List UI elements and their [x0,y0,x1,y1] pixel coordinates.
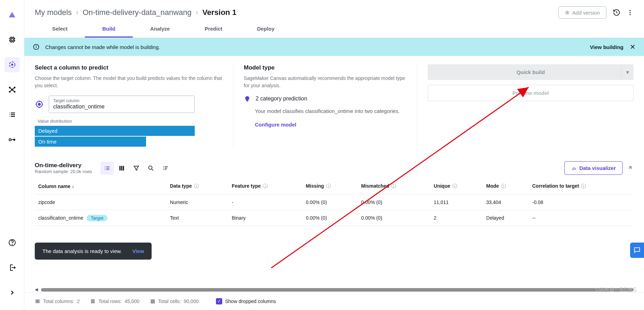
toast-view-link[interactable]: View [132,248,144,254]
view-building-link[interactable]: View building [590,44,623,50]
close-icon[interactable]: ✕ [630,43,636,51]
svg-line-17 [10,88,12,90]
chat-icon[interactable] [630,243,644,258]
select-column-heading: Select a column to predict [35,64,223,71]
svg-line-20 [12,90,15,92]
svg-rect-53 [121,166,122,170]
svg-rect-69 [91,300,95,301]
prediction-title: 2 category prediction [256,96,307,102]
svg-rect-1 [11,39,13,41]
chart-icon [571,165,577,171]
search-icon[interactable] [144,162,158,175]
filter-icon[interactable] [130,162,143,175]
svg-rect-76 [152,301,153,302]
nav-target-icon[interactable] [5,57,20,72]
watermark-text: CSDN @一见已难忘 [596,286,637,293]
total-rows-stat: Total rows: 45,000 [90,299,139,304]
svg-rect-0 [10,38,14,42]
history-icon[interactable] [613,9,620,16]
quick-build-button[interactable]: Quick build ▾ [428,64,634,80]
tab-build[interactable]: Build [85,21,133,38]
svg-point-33 [629,12,630,13]
grid-view-icon[interactable] [115,162,128,175]
nav-logout-icon[interactable] [5,260,20,275]
footer-stats: Total columns: 2 Total rows: 45,000 Tota… [24,292,644,310]
add-version-button[interactable]: ⊕ Add version [558,6,606,19]
svg-rect-77 [154,301,155,302]
svg-point-27 [9,139,11,141]
svg-rect-67 [37,300,38,303]
nav-list-icon[interactable] [5,107,20,122]
table-row[interactable]: classification_ontimeTarget Text Binary … [35,210,634,226]
table-header[interactable]: Data typeⓘ [167,178,228,195]
toast-message: The data analysis is ready to view. [42,248,122,254]
svg-rect-79 [152,302,153,303]
table-header[interactable]: Correlation to targetⓘ [529,178,634,195]
toast-notification: The data analysis is ready to view. View [35,243,152,260]
scrollbar-thumb[interactable] [41,288,634,292]
nav-logo-icon[interactable] [5,7,20,22]
svg-rect-52 [119,166,120,170]
target-column-field[interactable]: Target column classification_ontime [49,96,195,113]
dataset-sample: Random sample: 20.0k rows [35,169,92,174]
data-visualizer-button[interactable]: Data visualizer [564,161,622,175]
expand-icon[interactable] [627,165,634,171]
sort-icon[interactable] [159,162,172,175]
distribution-bar: On time [35,137,146,147]
svg-line-19 [10,90,12,92]
tab-deploy[interactable]: Deploy [240,21,292,38]
nav-help-icon[interactable] [5,235,20,250]
breadcrumb: My models › On-time-delivery-data_nanwan… [35,8,236,17]
svg-rect-72 [151,300,152,301]
table-row[interactable]: zipcode Numeric - 0.00% (0) 0.00% (0) 11… [35,195,634,210]
table-header[interactable]: Uniqueⓘ [430,178,483,195]
target-badge: Target [87,215,107,221]
chevron-right-icon: › [76,8,78,17]
tab-predict[interactable]: Predict [187,21,240,38]
svg-line-18 [12,88,15,90]
svg-rect-44 [247,101,248,102]
svg-point-11 [11,64,13,65]
show-dropped-checkbox[interactable]: ✓Show dropped columns [216,298,276,304]
svg-point-34 [629,14,630,15]
svg-rect-75 [151,301,152,302]
svg-rect-70 [91,301,95,302]
target-column-label: Target column [53,98,79,103]
nav-collapse-icon[interactable] [5,285,20,300]
total-cells-stat: Total cells: 90,000 [150,299,199,304]
nav-graph-icon[interactable] [5,82,20,97]
svg-point-37 [36,46,37,46]
table-header[interactable]: Missingⓘ [302,178,357,195]
table-header[interactable]: Mismatchedⓘ [358,178,430,195]
tab-analyze[interactable]: Analyze [133,21,187,38]
list-view-icon[interactable] [100,162,114,175]
prediction-desc: Your model classifies classification_ont… [255,107,406,115]
svg-line-56 [152,169,153,170]
tab-select[interactable]: Select [35,21,85,38]
breadcrumb-root[interactable]: My models [35,8,72,17]
svg-point-28 [13,139,15,141]
breadcrumb-model[interactable]: On-time-delivery-data_nanwang [83,8,192,17]
svg-rect-71 [91,302,95,303]
svg-rect-68 [39,300,40,303]
table-header[interactable]: Modeⓘ [483,178,529,195]
svg-point-39 [38,103,41,106]
nav-chip-icon[interactable] [5,32,20,47]
model-type-desc: SageMaker Canvas automatically recommend… [244,75,406,89]
horizontal-scrollbar[interactable]: ◀ [35,287,634,292]
table-header[interactable]: Feature typeⓘ [228,178,303,195]
breadcrumb-version: Version 1 [202,8,236,17]
scroll-left-icon[interactable]: ◀ [35,287,38,292]
model-type-heading: Model type [244,64,406,71]
target-icon [35,100,44,109]
svg-point-31 [12,244,12,245]
preview-model-button[interactable]: Preview model [428,85,634,101]
table-header[interactable]: Column name ↓ [35,178,167,195]
distribution-bar: Delayed [35,126,195,136]
total-columns-stat: Total columns: 2 [35,299,80,304]
chevron-down-icon[interactable]: ▾ [621,64,634,80]
configure-model-link[interactable]: Configure model [255,122,296,128]
kebab-menu-icon[interactable] [627,9,634,16]
nav-flow-icon[interactable] [5,132,20,147]
target-column-value: classification_ontime [53,104,190,110]
